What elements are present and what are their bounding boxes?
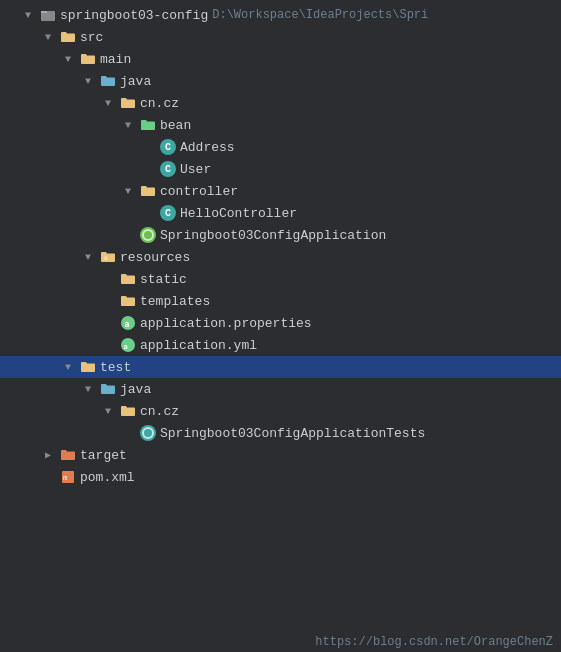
tree-item-static[interactable]: static — [0, 268, 561, 290]
folder-icon-test — [80, 359, 96, 375]
tree-item-application-properties[interactable]: a application.properties — [0, 312, 561, 334]
item-label-pomxml: pom.xml — [80, 470, 135, 485]
arrow-test[interactable] — [60, 362, 76, 373]
arrow-main[interactable] — [60, 54, 76, 65]
folder-icon-static — [120, 271, 136, 287]
item-label-test-java: java — [120, 382, 151, 397]
tree-item-test-cn-cz[interactable]: cn.cz — [0, 400, 561, 422]
folder-icon-cn-cz — [120, 95, 136, 111]
item-label-cn-cz: cn.cz — [140, 96, 179, 111]
item-label-target: target — [80, 448, 127, 463]
tree-item-test[interactable]: test — [0, 356, 561, 378]
item-label-application-properties: application.properties — [140, 316, 312, 331]
tree-item-resources[interactable]: ≡ resources — [0, 246, 561, 268]
arrow-bean[interactable] — [120, 120, 136, 131]
folder-icon-test-cn-cz — [120, 403, 136, 419]
tree-item-springboot03configapp[interactable]: Springboot03ConfigApplication — [0, 224, 561, 246]
tree-item-main[interactable]: main — [0, 48, 561, 70]
arrow-test-cn-cz[interactable] — [100, 406, 116, 417]
tree-item-hellocontroller[interactable]: C HelloController — [0, 202, 561, 224]
folder-icon-target — [60, 447, 76, 463]
folder-icon-main — [80, 51, 96, 67]
item-label-main: main — [100, 52, 131, 67]
class-icon-hellocontroller: C — [160, 205, 176, 221]
tree-item-address[interactable]: C Address — [0, 136, 561, 158]
item-path-springboot03-config: D:\Workspace\IdeaProjects\Spri — [212, 8, 428, 22]
maven-icon: m — [60, 469, 76, 485]
item-label-springboot03-config: springboot03-config — [60, 8, 208, 23]
folder-icon-templates — [120, 293, 136, 309]
arrow-cn-cz[interactable] — [100, 98, 116, 109]
arrow-resources[interactable] — [80, 252, 96, 263]
svg-text:≡: ≡ — [104, 254, 108, 261]
folder-icon-test-java — [100, 381, 116, 397]
arrow-controller[interactable] — [120, 186, 136, 197]
folder-icon-src — [60, 29, 76, 45]
project-tree: springboot03-config D:\Workspace\IdeaPro… — [0, 0, 561, 492]
item-label-bean: bean — [160, 118, 191, 133]
tree-item-src[interactable]: src — [0, 26, 561, 48]
yaml-icon: a — [120, 337, 136, 353]
item-label-templates: templates — [140, 294, 210, 309]
item-label-springboot03configapp: Springboot03ConfigApplication — [160, 228, 386, 243]
tree-item-pomxml[interactable]: m pom.xml — [0, 466, 561, 488]
tree-item-application-yml[interactable]: a application.yml — [0, 334, 561, 356]
svg-text:a: a — [125, 320, 130, 329]
tree-item-controller[interactable]: controller — [0, 180, 561, 202]
folder-icon-controller — [140, 183, 156, 199]
item-label-static: static — [140, 272, 187, 287]
item-label-address: Address — [180, 140, 235, 155]
tree-item-user[interactable]: C User — [0, 158, 561, 180]
class-icon-user: C — [160, 161, 176, 177]
folder-icon-bean — [140, 117, 156, 133]
arrow-target[interactable] — [40, 449, 56, 461]
tree-item-bean[interactable]: bean — [0, 114, 561, 136]
class-icon-address: C — [160, 139, 176, 155]
item-label-controller: controller — [160, 184, 238, 199]
item-label-springboot03configapptests: Springboot03ConfigApplicationTests — [160, 426, 425, 441]
tree-item-templates[interactable]: templates — [0, 290, 561, 312]
item-label-application-yml: application.yml — [140, 338, 257, 353]
svg-rect-1 — [41, 11, 47, 13]
item-label-test: test — [100, 360, 131, 375]
tree-item-java[interactable]: java — [0, 70, 561, 92]
item-label-test-cn-cz: cn.cz — [140, 404, 179, 419]
folder-icon-resources: ≡ — [100, 249, 116, 265]
bottom-url-bar: https://blog.csdn.net/OrangeChenZ — [307, 632, 561, 652]
spring-icon-tests — [140, 425, 156, 441]
item-label-java: java — [120, 74, 151, 89]
tree-item-cn-cz[interactable]: cn.cz — [0, 92, 561, 114]
svg-text:m: m — [63, 474, 67, 482]
svg-text:a: a — [124, 343, 128, 351]
spring-icon-app — [140, 227, 156, 243]
item-label-user: User — [180, 162, 211, 177]
tree-item-target[interactable]: target — [0, 444, 561, 466]
folder-icon-java — [100, 73, 116, 89]
tree-item-test-java[interactable]: java — [0, 378, 561, 400]
bottom-url-text: https://blog.csdn.net/OrangeChenZ — [315, 635, 553, 649]
arrow-test-java[interactable] — [80, 384, 96, 395]
tree-item-springboot03-config[interactable]: springboot03-config D:\Workspace\IdeaPro… — [0, 4, 561, 26]
arrow-java[interactable] — [80, 76, 96, 87]
item-label-src: src — [80, 30, 103, 45]
item-label-resources: resources — [120, 250, 190, 265]
arrow-src[interactable] — [40, 32, 56, 43]
module-icon — [40, 7, 56, 23]
item-label-hellocontroller: HelloController — [180, 206, 297, 221]
arrow-springboot03-config[interactable] — [20, 10, 36, 21]
properties-icon: a — [120, 315, 136, 331]
tree-item-springboot03configapptests[interactable]: Springboot03ConfigApplicationTests — [0, 422, 561, 444]
